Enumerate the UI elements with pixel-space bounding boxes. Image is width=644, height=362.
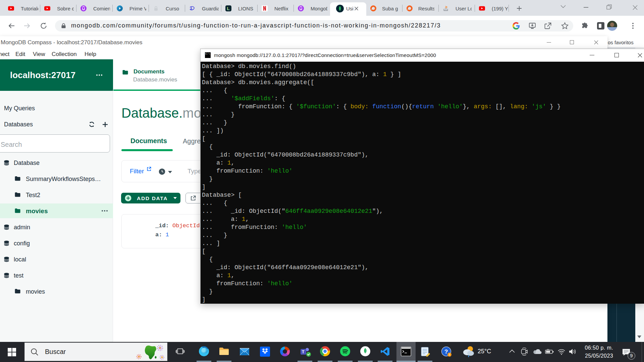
svg-text:T: T bbox=[302, 350, 305, 354]
svg-text:L: L bbox=[227, 6, 230, 11]
